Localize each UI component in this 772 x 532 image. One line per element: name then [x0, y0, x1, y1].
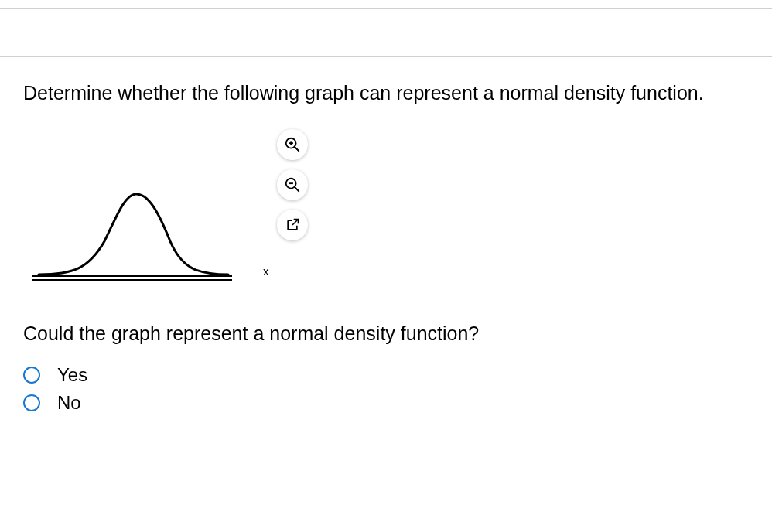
top-divider: [0, 8, 772, 9]
zoom-out-icon: [284, 176, 301, 193]
option-label: No: [57, 392, 81, 414]
svg-line-7: [295, 186, 299, 191]
question-content: Determine whether the following graph ca…: [0, 57, 772, 414]
svg-line-3: [295, 146, 299, 151]
graph-toolbar: [277, 129, 308, 240]
radio-icon: [23, 394, 40, 411]
option-yes[interactable]: Yes: [23, 364, 749, 386]
option-label: Yes: [57, 364, 87, 386]
question-text: Determine whether the following graph ca…: [23, 80, 749, 106]
x-axis-label: x: [263, 264, 269, 278]
density-curve-graph: [31, 183, 236, 284]
answer-options: Yes No: [23, 364, 749, 414]
graph-row: x: [23, 129, 749, 292]
pop-out-button[interactable]: [277, 210, 308, 240]
pop-out-icon: [285, 217, 300, 233]
radio-icon: [23, 367, 40, 384]
zoom-in-icon: [284, 136, 301, 153]
svg-line-9: [292, 219, 299, 225]
graph-area: x: [31, 129, 255, 292]
zoom-out-button[interactable]: [277, 169, 308, 200]
option-no[interactable]: No: [23, 392, 749, 414]
follow-up-question: Could the graph represent a normal densi…: [23, 322, 749, 345]
zoom-in-button[interactable]: [277, 129, 308, 160]
